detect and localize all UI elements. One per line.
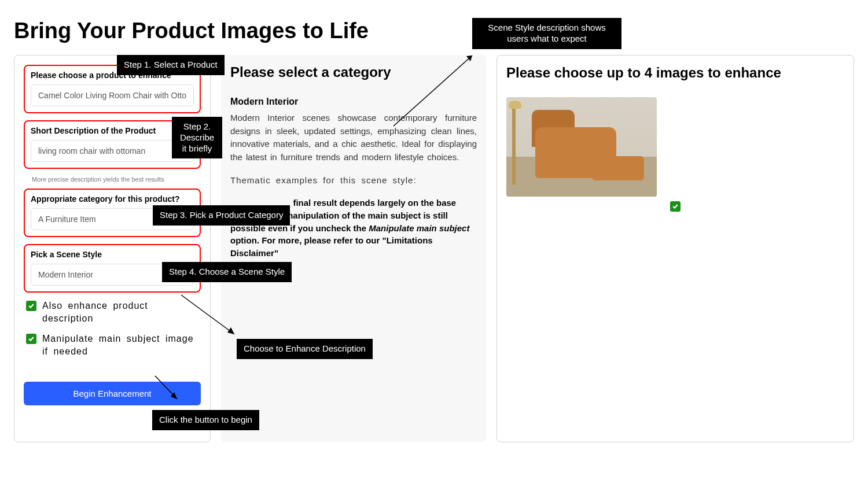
right-panel: Please choose up to 4 images to enhance	[496, 55, 854, 442]
callout-scene-description: Scene Style description shows users what…	[472, 18, 621, 49]
callout-begin: Click the button to begin	[152, 410, 259, 430]
product-image-thumbnail[interactable]	[506, 97, 657, 197]
thematic-examples-label: Thematic examples for this scene style:	[230, 175, 477, 185]
category-label: Appropriate category for this product?	[31, 194, 194, 204]
enhance-description-label: Also enhance product description	[42, 300, 201, 326]
chair-render-placeholder	[506, 97, 657, 197]
scene-label: Pick a Scene Style	[31, 250, 194, 259]
svg-line-2	[181, 295, 234, 334]
callout-step-2: Step 2. Describe it briefly	[172, 117, 222, 158]
enhance-description-checkbox-row[interactable]: Also enhance product description	[26, 300, 201, 326]
checkbox-checked-icon	[26, 334, 36, 344]
arrow-enhance-description	[181, 295, 245, 341]
svg-line-0	[393, 56, 472, 126]
callout-step-4: Step 4. Choose a Scene Style	[162, 262, 292, 282]
description-input[interactable]: living room chair with ottoman	[31, 140, 194, 162]
checkbox-checked-icon	[670, 201, 681, 212]
callout-enhance-description: Choose to Enhance Description	[237, 339, 373, 359]
thumbnail-selected-indicator	[506, 200, 844, 212]
callout-step-1: Step 1. Select a Product	[117, 55, 225, 75]
arrow-begin	[155, 376, 184, 408]
manipulate-subject-label: Manipulate main subject image if needed	[42, 332, 201, 359]
page-title: Bring Your Product Images to Life	[0, 0, 868, 55]
product-select[interactable]: Camel Color Living Room Chair with Otto	[31, 84, 194, 106]
images-section-title: Please choose up to 4 images to enhance	[506, 65, 844, 81]
svg-marker-3	[227, 327, 234, 334]
checkbox-checked-icon	[26, 301, 36, 311]
arrow-scene-description	[393, 51, 480, 126]
description-label: Short Description of the Product	[31, 126, 194, 135]
callout-step-3: Step 3. Pick a Product Category	[153, 205, 290, 226]
description-helper: More precise description yields the best…	[32, 176, 201, 183]
manipulate-subject-checkbox-row[interactable]: Manipulate main subject image if needed	[26, 332, 201, 359]
